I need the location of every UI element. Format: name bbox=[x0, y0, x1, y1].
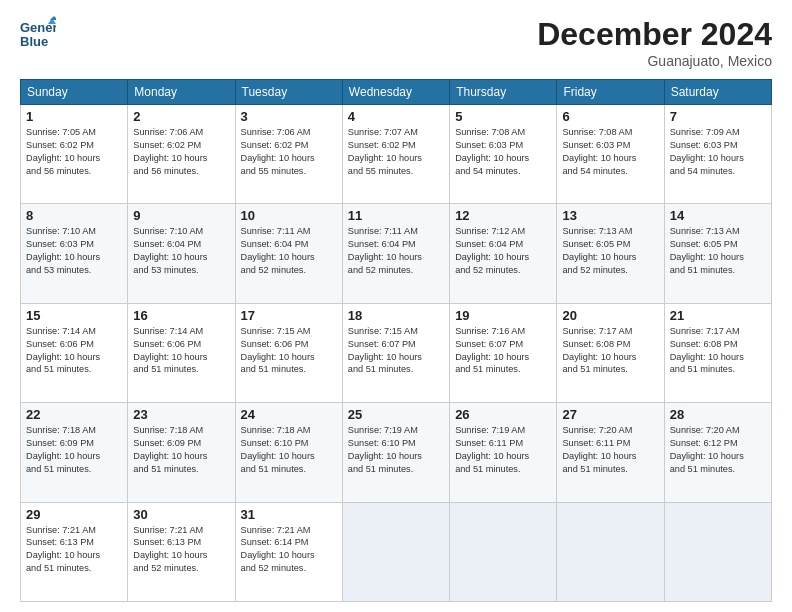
day-number: 10 bbox=[241, 208, 337, 223]
day-info: Sunrise: 7:17 AM Sunset: 6:08 PM Dayligh… bbox=[562, 325, 658, 377]
day-number: 14 bbox=[670, 208, 766, 223]
day-number: 8 bbox=[26, 208, 122, 223]
month-title: December 2024 bbox=[537, 16, 772, 53]
calendar-day-cell: 3Sunrise: 7:06 AM Sunset: 6:02 PM Daylig… bbox=[235, 105, 342, 204]
day-info: Sunrise: 7:15 AM Sunset: 6:06 PM Dayligh… bbox=[241, 325, 337, 377]
day-number: 18 bbox=[348, 308, 444, 323]
calendar-day-cell: 14Sunrise: 7:13 AM Sunset: 6:05 PM Dayli… bbox=[664, 204, 771, 303]
day-info: Sunrise: 7:18 AM Sunset: 6:10 PM Dayligh… bbox=[241, 424, 337, 476]
calendar-day-cell bbox=[450, 502, 557, 601]
calendar-day-cell bbox=[342, 502, 449, 601]
day-info: Sunrise: 7:09 AM Sunset: 6:03 PM Dayligh… bbox=[670, 126, 766, 178]
day-number: 21 bbox=[670, 308, 766, 323]
calendar-day-cell: 30Sunrise: 7:21 AM Sunset: 6:13 PM Dayli… bbox=[128, 502, 235, 601]
day-number: 26 bbox=[455, 407, 551, 422]
day-info: Sunrise: 7:10 AM Sunset: 6:03 PM Dayligh… bbox=[26, 225, 122, 277]
svg-text:Blue: Blue bbox=[20, 34, 48, 49]
calendar-week-row: 1Sunrise: 7:05 AM Sunset: 6:02 PM Daylig… bbox=[21, 105, 772, 204]
day-info: Sunrise: 7:14 AM Sunset: 6:06 PM Dayligh… bbox=[26, 325, 122, 377]
calendar-day-cell: 22Sunrise: 7:18 AM Sunset: 6:09 PM Dayli… bbox=[21, 403, 128, 502]
day-number: 27 bbox=[562, 407, 658, 422]
day-number: 28 bbox=[670, 407, 766, 422]
day-of-week-header: Saturday bbox=[664, 80, 771, 105]
day-of-week-header: Friday bbox=[557, 80, 664, 105]
day-number: 17 bbox=[241, 308, 337, 323]
subtitle: Guanajuato, Mexico bbox=[537, 53, 772, 69]
day-info: Sunrise: 7:11 AM Sunset: 6:04 PM Dayligh… bbox=[348, 225, 444, 277]
day-number: 29 bbox=[26, 507, 122, 522]
calendar-week-row: 22Sunrise: 7:18 AM Sunset: 6:09 PM Dayli… bbox=[21, 403, 772, 502]
day-info: Sunrise: 7:13 AM Sunset: 6:05 PM Dayligh… bbox=[562, 225, 658, 277]
calendar-day-cell: 16Sunrise: 7:14 AM Sunset: 6:06 PM Dayli… bbox=[128, 303, 235, 402]
day-info: Sunrise: 7:13 AM Sunset: 6:05 PM Dayligh… bbox=[670, 225, 766, 277]
calendar-day-cell: 4Sunrise: 7:07 AM Sunset: 6:02 PM Daylig… bbox=[342, 105, 449, 204]
day-number: 25 bbox=[348, 407, 444, 422]
day-number: 31 bbox=[241, 507, 337, 522]
calendar-day-cell: 5Sunrise: 7:08 AM Sunset: 6:03 PM Daylig… bbox=[450, 105, 557, 204]
page: General Blue December 2024 Guanajuato, M… bbox=[0, 0, 792, 612]
day-info: Sunrise: 7:18 AM Sunset: 6:09 PM Dayligh… bbox=[26, 424, 122, 476]
day-info: Sunrise: 7:17 AM Sunset: 6:08 PM Dayligh… bbox=[670, 325, 766, 377]
calendar-day-cell: 18Sunrise: 7:15 AM Sunset: 6:07 PM Dayli… bbox=[342, 303, 449, 402]
day-info: Sunrise: 7:12 AM Sunset: 6:04 PM Dayligh… bbox=[455, 225, 551, 277]
logo: General Blue bbox=[20, 16, 60, 52]
calendar-day-cell: 28Sunrise: 7:20 AM Sunset: 6:12 PM Dayli… bbox=[664, 403, 771, 502]
day-number: 22 bbox=[26, 407, 122, 422]
day-number: 4 bbox=[348, 109, 444, 124]
day-info: Sunrise: 7:16 AM Sunset: 6:07 PM Dayligh… bbox=[455, 325, 551, 377]
calendar-week-row: 29Sunrise: 7:21 AM Sunset: 6:13 PM Dayli… bbox=[21, 502, 772, 601]
calendar-day-cell: 12Sunrise: 7:12 AM Sunset: 6:04 PM Dayli… bbox=[450, 204, 557, 303]
calendar-day-cell: 26Sunrise: 7:19 AM Sunset: 6:11 PM Dayli… bbox=[450, 403, 557, 502]
day-info: Sunrise: 7:06 AM Sunset: 6:02 PM Dayligh… bbox=[241, 126, 337, 178]
day-number: 1 bbox=[26, 109, 122, 124]
calendar-day-cell: 20Sunrise: 7:17 AM Sunset: 6:08 PM Dayli… bbox=[557, 303, 664, 402]
day-info: Sunrise: 7:21 AM Sunset: 6:13 PM Dayligh… bbox=[133, 524, 229, 576]
day-of-week-header: Wednesday bbox=[342, 80, 449, 105]
day-info: Sunrise: 7:21 AM Sunset: 6:13 PM Dayligh… bbox=[26, 524, 122, 576]
day-number: 7 bbox=[670, 109, 766, 124]
calendar-day-cell: 21Sunrise: 7:17 AM Sunset: 6:08 PM Dayli… bbox=[664, 303, 771, 402]
day-info: Sunrise: 7:11 AM Sunset: 6:04 PM Dayligh… bbox=[241, 225, 337, 277]
day-info: Sunrise: 7:14 AM Sunset: 6:06 PM Dayligh… bbox=[133, 325, 229, 377]
day-info: Sunrise: 7:08 AM Sunset: 6:03 PM Dayligh… bbox=[562, 126, 658, 178]
day-of-week-header: Monday bbox=[128, 80, 235, 105]
calendar-day-cell: 27Sunrise: 7:20 AM Sunset: 6:11 PM Dayli… bbox=[557, 403, 664, 502]
day-number: 2 bbox=[133, 109, 229, 124]
day-info: Sunrise: 7:15 AM Sunset: 6:07 PM Dayligh… bbox=[348, 325, 444, 377]
calendar-day-cell: 15Sunrise: 7:14 AM Sunset: 6:06 PM Dayli… bbox=[21, 303, 128, 402]
day-info: Sunrise: 7:20 AM Sunset: 6:11 PM Dayligh… bbox=[562, 424, 658, 476]
calendar-week-row: 8Sunrise: 7:10 AM Sunset: 6:03 PM Daylig… bbox=[21, 204, 772, 303]
day-of-week-header: Tuesday bbox=[235, 80, 342, 105]
calendar-day-cell: 9Sunrise: 7:10 AM Sunset: 6:04 PM Daylig… bbox=[128, 204, 235, 303]
calendar-day-cell: 6Sunrise: 7:08 AM Sunset: 6:03 PM Daylig… bbox=[557, 105, 664, 204]
day-info: Sunrise: 7:08 AM Sunset: 6:03 PM Dayligh… bbox=[455, 126, 551, 178]
day-info: Sunrise: 7:19 AM Sunset: 6:10 PM Dayligh… bbox=[348, 424, 444, 476]
day-info: Sunrise: 7:19 AM Sunset: 6:11 PM Dayligh… bbox=[455, 424, 551, 476]
day-number: 20 bbox=[562, 308, 658, 323]
day-number: 15 bbox=[26, 308, 122, 323]
calendar-day-cell: 7Sunrise: 7:09 AM Sunset: 6:03 PM Daylig… bbox=[664, 105, 771, 204]
day-of-week-header: Thursday bbox=[450, 80, 557, 105]
title-block: December 2024 Guanajuato, Mexico bbox=[537, 16, 772, 69]
calendar-day-cell: 2Sunrise: 7:06 AM Sunset: 6:02 PM Daylig… bbox=[128, 105, 235, 204]
day-number: 19 bbox=[455, 308, 551, 323]
day-of-week-header: Sunday bbox=[21, 80, 128, 105]
day-number: 30 bbox=[133, 507, 229, 522]
day-number: 12 bbox=[455, 208, 551, 223]
calendar-day-cell: 19Sunrise: 7:16 AM Sunset: 6:07 PM Dayli… bbox=[450, 303, 557, 402]
day-number: 13 bbox=[562, 208, 658, 223]
day-number: 9 bbox=[133, 208, 229, 223]
day-info: Sunrise: 7:05 AM Sunset: 6:02 PM Dayligh… bbox=[26, 126, 122, 178]
day-info: Sunrise: 7:06 AM Sunset: 6:02 PM Dayligh… bbox=[133, 126, 229, 178]
day-info: Sunrise: 7:10 AM Sunset: 6:04 PM Dayligh… bbox=[133, 225, 229, 277]
calendar-day-cell: 1Sunrise: 7:05 AM Sunset: 6:02 PM Daylig… bbox=[21, 105, 128, 204]
calendar-day-cell: 13Sunrise: 7:13 AM Sunset: 6:05 PM Dayli… bbox=[557, 204, 664, 303]
calendar-day-cell: 24Sunrise: 7:18 AM Sunset: 6:10 PM Dayli… bbox=[235, 403, 342, 502]
calendar-week-row: 15Sunrise: 7:14 AM Sunset: 6:06 PM Dayli… bbox=[21, 303, 772, 402]
day-number: 5 bbox=[455, 109, 551, 124]
calendar: SundayMondayTuesdayWednesdayThursdayFrid… bbox=[20, 79, 772, 602]
calendar-day-cell: 11Sunrise: 7:11 AM Sunset: 6:04 PM Dayli… bbox=[342, 204, 449, 303]
calendar-day-cell: 8Sunrise: 7:10 AM Sunset: 6:03 PM Daylig… bbox=[21, 204, 128, 303]
day-info: Sunrise: 7:18 AM Sunset: 6:09 PM Dayligh… bbox=[133, 424, 229, 476]
day-number: 3 bbox=[241, 109, 337, 124]
